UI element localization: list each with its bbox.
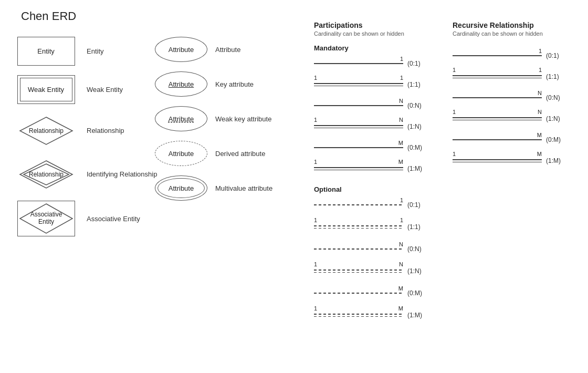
attribute-shapes-panel: Attribute Attribute Attribute Key attrib… (147, 37, 294, 210)
mand-01-line-wrap: 1 (314, 63, 403, 64)
attr-multi-ellipse: Attribute (155, 175, 207, 201)
attr-key-label: Key attribute (215, 80, 294, 88)
rec-11-right-num: 1 (539, 67, 542, 73)
mand-0m-line-wrap: M (314, 147, 403, 148)
opt-1m-row: 1 M (1:M) (314, 306, 456, 325)
optional-header: Optional (314, 185, 456, 193)
attr-weak-key-row: Attribute Weak key attribute (147, 106, 294, 131)
assoc-diamond-svg: Associative Entity (17, 201, 75, 236)
rec-1m-line: 1 M (453, 159, 542, 162)
rec-11-line-top (453, 75, 542, 76)
entity-box: Entity (17, 37, 75, 66)
mand-1n-label: (1:N) (407, 123, 422, 130)
opt-1m-line-wrap: 1 M (314, 314, 403, 317)
mand-11-right-num: 1 (400, 75, 403, 81)
attr-key-shape: Attribute (147, 71, 215, 97)
mand-11-left-num: 1 (314, 75, 317, 81)
mand-1n-line: 1 N (314, 125, 403, 128)
diamond-wrap: Relationship (17, 113, 75, 148)
mand-0m-right-num: M (398, 140, 403, 146)
rec-1n-right-num: N (538, 109, 542, 115)
mand-1m-row: 1 M (1:M) (314, 160, 456, 177)
opt-0m-label: (0:M) (407, 289, 422, 297)
mand-01-label: (0:1) (407, 60, 421, 67)
attr-multi-label: Multivalue attribute (215, 184, 294, 192)
mand-0n-line-wrap: N (314, 105, 403, 106)
opt-1n-label: (1:N) (407, 267, 422, 275)
mand-0m-label: (0:M) (407, 144, 422, 151)
attr-derived-ellipse: Attribute (155, 141, 207, 166)
mand-11-line-bot (314, 86, 403, 87)
opt-01-right-num: 1 (400, 197, 403, 203)
opt-01-label: (0:1) (407, 201, 421, 209)
rec-0m-right-num: M (537, 132, 542, 138)
rec-0m-label: (0:M) (546, 136, 561, 143)
rec-1n-line: 1 N (453, 117, 542, 120)
attr-weak-key-label: Weak key attribute (215, 115, 294, 123)
rec-01-row: 1 (0:1) (453, 48, 584, 63)
opt-11-row: 1 1 (1:1) (314, 217, 456, 236)
mand-11-line-wrap: 1 1 (314, 83, 403, 86)
recursive-panel: Recursive Relationship Cardinality can b… (453, 21, 584, 174)
rec-11-row: 1 1 (1:1) (453, 68, 584, 85)
opt-1n-left-num: 1 (314, 261, 317, 267)
attr-weak-key-ellipse: Attribute (155, 106, 207, 131)
weak-entity-box: Weak Entity (17, 75, 75, 104)
opt-1m-label: (1:M) (407, 312, 422, 319)
rec-0n-right-num: N (538, 90, 542, 96)
mand-1m-label: (1:M) (407, 165, 422, 172)
rec-11-left-num: 1 (453, 67, 456, 73)
page-title: Chen ERD (21, 9, 76, 23)
opt-1n-right-num: N (399, 261, 403, 267)
rec-0m-row: M (0:M) (453, 132, 584, 147)
svg-text:Relationship: Relationship (28, 171, 63, 178)
rec-1m-label: (1:M) (546, 157, 561, 164)
opt-1m-left-num: 1 (314, 305, 317, 312)
rec-1m-left-num: 1 (453, 151, 456, 157)
rec-11-line: 1 1 (453, 75, 542, 78)
rec-01-label: (0:1) (546, 52, 559, 59)
attr-multi-row: Attribute Multivalue attribute (147, 175, 294, 201)
opt-1m-line-top (314, 314, 403, 315)
rec-1n-line-bot (453, 120, 542, 121)
opt-11-label: (1:1) (407, 223, 421, 231)
mand-0n-line: N (314, 105, 403, 106)
attr-key-ellipse: Attribute (155, 71, 207, 97)
attr-normal-row: Attribute Attribute (147, 37, 294, 62)
identifying-relationship-shape: Relationship (5, 157, 87, 191)
rec-1n-row: 1 N (1:N) (453, 110, 584, 127)
mand-1n-row: 1 N (1:N) (314, 118, 456, 135)
opt-1m-line-bot (314, 316, 403, 317)
mand-0n-right-num: N (399, 98, 403, 104)
opt-1n-line: 1 N (314, 270, 403, 273)
mand-1n-left-num: 1 (314, 117, 317, 123)
opt-0n-line: N (314, 248, 403, 250)
attr-normal-shape: Attribute (147, 37, 215, 62)
rec-0m-line-wrap: M (453, 139, 542, 140)
opt-01-row: 1 (0:1) (314, 198, 456, 212)
rec-1m-right-num: M (537, 151, 542, 157)
opt-11-line-bot (314, 228, 403, 229)
rec-1m-line-bot (453, 162, 542, 163)
opt-1m-line: 1 M (314, 314, 403, 317)
rec-0n-line: N (453, 97, 542, 98)
svg-text:Entity: Entity (38, 218, 54, 225)
mand-1m-line: 1 M (314, 167, 403, 170)
opt-01-line-wrap: 1 (314, 204, 403, 205)
opt-0n-line-wrap: N (314, 248, 403, 250)
participations-panel: Participations Cardinality can be shown … (314, 21, 456, 330)
mand-01-right-num: 1 (400, 56, 403, 62)
entity-shape: Entity (5, 37, 87, 66)
mand-0m-row: M (0:M) (314, 140, 456, 155)
rec-0n-row: N (0:N) (453, 90, 584, 105)
opt-1n-row: 1 N (1:N) (314, 262, 456, 281)
rec-1n-line-wrap: 1 N (453, 117, 542, 120)
recursive-title: Recursive Relationship (453, 21, 584, 29)
mand-0n-row: N (0:N) (314, 98, 456, 113)
participations-subtitle: Cardinality can be shown or hidden (314, 30, 456, 37)
opt-1m-right-num: M (398, 305, 403, 312)
rec-1n-left-num: 1 (453, 109, 456, 115)
opt-11-line-wrap: 1 1 (314, 225, 403, 229)
mandatory-header: Mandatory (314, 44, 456, 52)
rec-0m-line: M (453, 139, 542, 140)
